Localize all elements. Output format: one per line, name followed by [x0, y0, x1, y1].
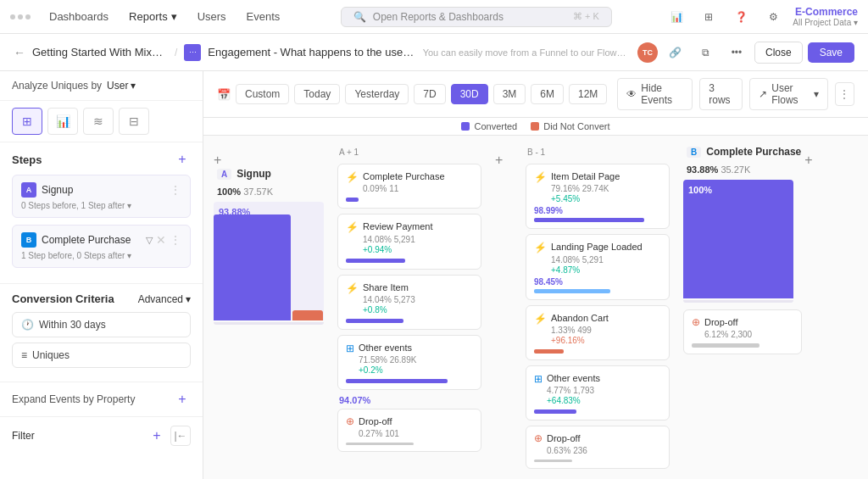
hide-events-button[interactable]: 👁 Hide Events: [617, 78, 693, 110]
date-yesterday[interactable]: Yesterday: [345, 84, 409, 104]
add-between-cols[interactable]: +: [495, 146, 512, 469]
event-bar-lpl: [534, 289, 610, 293]
add-before-a[interactable]: +: [214, 146, 231, 168]
copy-icon[interactable]: ⧉: [693, 40, 719, 65]
event-other-b1: ⊞ Other events 4.77% 1,793 +64.83%: [526, 365, 670, 421]
date-today[interactable]: Today: [294, 84, 340, 104]
step-b-item: B Complete Purchase ▽ ✕ ⋮ 1 Step before,…: [12, 225, 191, 268]
step-b-sub[interactable]: 1 Step before, 0 Steps after ▾: [21, 251, 181, 260]
step-a-badge: A: [21, 182, 36, 198]
notifications-icon[interactable]: 📊: [664, 4, 689, 30]
bar-viz-icon[interactable]: 📊: [47, 108, 78, 135]
event-bar-ac: [534, 349, 564, 354]
not-converted-legend: Did Not Convert: [531, 121, 609, 131]
dot2: [18, 14, 23, 19]
nav-reports[interactable]: Reports ▾: [120, 7, 186, 26]
col-b-dropoff-bar: [692, 343, 760, 348]
col-b-badge: B: [687, 147, 701, 158]
date-6m[interactable]: 6M: [531, 84, 564, 104]
search-icon: 🔍: [353, 11, 366, 23]
report-hint: You can easily move from a Funnel to our…: [423, 47, 631, 58]
col-a-name: Signup: [236, 168, 271, 180]
step-a-item: A Signup ⋮ 0 Steps before, 1 Step after …: [12, 175, 191, 218]
col-b-header: B Complete Purchase: [683, 146, 804, 158]
funnel-area: + A Signup 100% 37.57K: [203, 136, 868, 479]
funnel-col-b: B Complete Purchase 93.88% 35.27K 100%: [683, 146, 804, 469]
criteria-uniques[interactable]: ≡ Uniques: [12, 343, 191, 368]
add-step-button[interactable]: +: [174, 151, 191, 168]
step-b-filter[interactable]: ▽: [146, 235, 153, 246]
date-12m[interactable]: 12M: [569, 84, 607, 104]
user-flows-button[interactable]: ↗ User Flows ▾: [749, 78, 827, 110]
step-a-menu[interactable]: ⋮: [170, 183, 181, 197]
more-options-icon[interactable]: •••: [724, 40, 749, 65]
breadcrumb-title: Getting Started With Mixpan...: [32, 46, 168, 58]
funnel-col-a: + A Signup 100% 37.57K: [214, 146, 324, 469]
date-7d[interactable]: 7D: [414, 84, 445, 104]
event-icon-oa1: ⊞: [346, 343, 354, 354]
event-other-a1: ⊞ Other events 71.58% 26.89K +0.2%: [337, 335, 481, 390]
step-b-menu[interactable]: ✕: [156, 233, 166, 247]
grid-viz-icon[interactable]: ⊟: [119, 108, 149, 135]
step-a-sub[interactable]: 0 Steps before, 1 Step after ▾: [21, 201, 181, 210]
user-avatar: TC: [637, 42, 658, 63]
converted-dot: [461, 122, 470, 131]
close-button[interactable]: Close: [754, 42, 803, 64]
dropoff-bar-a1: [346, 443, 414, 445]
step-b-more[interactable]: ⋮: [170, 233, 181, 247]
report-title: Engagement - What happens to the users t…: [208, 46, 415, 58]
grid-icon[interactable]: ⊞: [696, 4, 721, 30]
add-after-b[interactable]: +: [804, 146, 821, 469]
nav-users[interactable]: Users: [189, 7, 235, 26]
event-review-payment: ⚡ Review Payment 14.08% 5,291 +0.94%: [337, 214, 481, 269]
expand-add-icon[interactable]: +: [174, 391, 191, 408]
nav-events[interactable]: Events: [238, 7, 289, 26]
flow-viz-icon[interactable]: ≋: [83, 108, 114, 135]
funnel-col-a1: A + 1 ⚡ Complete Purchase 0.09% 11: [337, 146, 481, 469]
top-nav: Dashboards Reports ▾ Users Events 🔍 Open…: [0, 0, 868, 34]
rows-button[interactable]: 3 rows: [699, 78, 743, 110]
date-3m[interactable]: 3M: [493, 84, 526, 104]
date-custom[interactable]: Custom: [236, 84, 289, 104]
flows-icon: ↗: [759, 88, 767, 100]
left-panel: Analyze Uniques by User ▾ ⊞ 📊 ≋ ⊟ Steps …: [0, 71, 203, 479]
col-b1-header: B - 1: [526, 148, 670, 157]
link-icon[interactable]: 🔗: [663, 40, 688, 65]
event-bar-oa1: [346, 379, 448, 383]
eye-icon: 👁: [626, 88, 637, 100]
not-converted-dot: [531, 122, 539, 131]
user-dropdown[interactable]: User ▾: [107, 80, 136, 92]
settings-icon[interactable]: ⚙: [760, 4, 786, 30]
dropoff-icon-a1: ⊕: [346, 415, 354, 427]
criteria-advanced-dropdown[interactable]: Advanced ▾: [138, 293, 191, 305]
back-button[interactable]: ←: [14, 46, 25, 59]
nav-brand: E-Commerce All Project Data ▾: [793, 6, 858, 27]
col-a1-header: A + 1: [337, 148, 481, 157]
event-icon-rp: ⚡: [346, 221, 359, 233]
expand-row[interactable]: Expand Events by Property +: [12, 391, 191, 408]
viz-icons-row: ⊞ 📊 ≋ ⊟: [0, 101, 203, 142]
col-a-badge: A: [217, 169, 231, 180]
collapse-panel-button[interactable]: |←: [170, 426, 191, 446]
clock-icon: 🕐: [21, 319, 34, 331]
event-bar-idp: [534, 218, 644, 222]
event-bar-cp: [346, 198, 359, 202]
window-controls: [10, 14, 31, 19]
search-container: 🔍 Open Reports & Dashboards ⌘ + K: [292, 7, 660, 27]
breadcrumb-bar: ← Getting Started With Mixpan... / ⋯ Eng…: [0, 34, 868, 71]
help-icon[interactable]: ❓: [728, 4, 754, 30]
filter-add-button[interactable]: +: [148, 427, 165, 444]
date-30d[interactable]: 30D: [451, 84, 488, 104]
more-options-button[interactable]: ⋮: [835, 82, 854, 106]
event-item-detail: ⚡ Item Detail Page 79.16% 29.74K +5.45% …: [526, 164, 670, 229]
criteria-section: Conversion Criteria Advanced ▾ 🕐 Within …: [0, 283, 203, 382]
table-viz-icon[interactable]: ⊞: [12, 108, 42, 135]
col-b-name: Complete Purchase: [706, 146, 801, 158]
criteria-30days[interactable]: 🕐 Within 30 days: [12, 312, 191, 337]
save-button[interactable]: Save: [808, 42, 854, 63]
dot3: [25, 14, 31, 19]
search-bar[interactable]: 🔍 Open Reports & Dashboards ⌘ + K: [341, 7, 612, 27]
nav-dashboards[interactable]: Dashboards: [41, 7, 117, 26]
event-icon-ac: ⚡: [534, 313, 547, 325]
funnel-icon: ⋯: [184, 44, 201, 61]
